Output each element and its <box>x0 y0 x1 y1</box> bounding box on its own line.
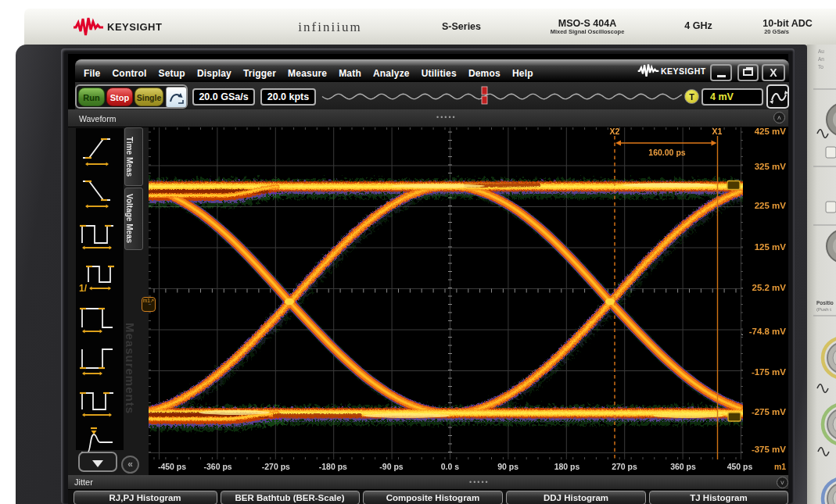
svg-text:X1: X1 <box>712 127 723 136</box>
svg-text:X2: X2 <box>610 127 620 136</box>
svg-text:J: J <box>741 329 745 337</box>
svg-text:160.00 ps: 160.00 ps <box>648 148 685 157</box>
